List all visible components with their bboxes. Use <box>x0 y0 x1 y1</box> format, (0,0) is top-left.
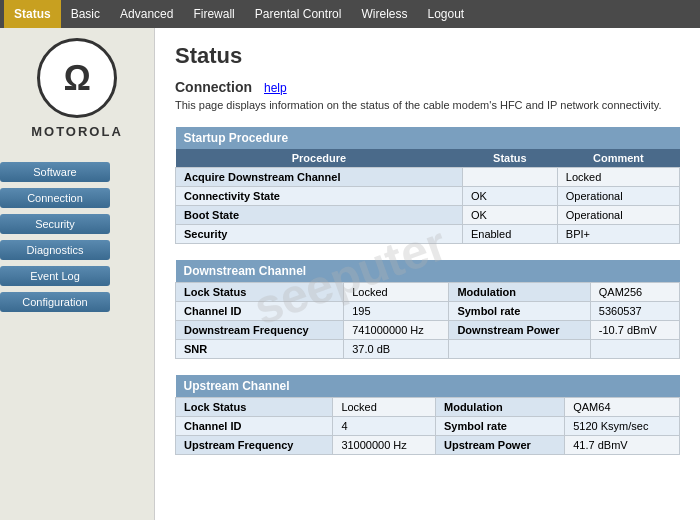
connection-header: Connection help <box>175 79 680 95</box>
sidebar-buttons: SoftwareConnectionSecurityDiagnosticsEve… <box>0 159 154 315</box>
sidebar-btn-software[interactable]: Software <box>0 162 110 182</box>
downstream-label2 <box>449 340 590 359</box>
startup-procedure-label: Security <box>176 225 463 244</box>
sidebar: Ω MOTOROLA SoftwareConnectionSecurityDia… <box>0 28 155 520</box>
startup-comment-value: Operational <box>557 187 679 206</box>
upstream-label: Upstream Frequency <box>176 436 333 455</box>
sidebar-btn-event-log[interactable]: Event Log <box>0 266 110 286</box>
upstream-section-header: Upstream Channel <box>176 375 680 398</box>
table-row: Lock StatusLockedModulationQAM256 <box>176 283 680 302</box>
upstream-value2: 5120 Ksym/sec <box>565 417 680 436</box>
startup-procedure-label: Acquire Downstream Channel <box>176 168 463 187</box>
page-description: This page displays information on the st… <box>175 99 680 111</box>
upstream-value2: 41.7 dBmV <box>565 436 680 455</box>
upstream-value: 4 <box>333 417 436 436</box>
logo-area: Ω MOTOROLA <box>31 38 123 139</box>
upstream-label: Channel ID <box>176 417 333 436</box>
page-title: Status <box>175 43 680 69</box>
nav-item-logout[interactable]: Logout <box>417 0 474 28</box>
motorola-m-icon: Ω <box>63 57 91 99</box>
upstream-value: Locked <box>333 398 436 417</box>
downstream-label2: Modulation <box>449 283 590 302</box>
table-row: Connectivity StateOKOperational <box>176 187 680 206</box>
upstream-table: Upstream Channel Lock StatusLockedModula… <box>175 375 680 455</box>
startup-comment-value: Locked <box>557 168 679 187</box>
downstream-value2: -10.7 dBmV <box>590 321 679 340</box>
startup-comment-value: BPI+ <box>557 225 679 244</box>
table-row: Channel ID4Symbol rate5120 Ksym/sec <box>176 417 680 436</box>
table-row: Acquire Downstream ChannelLocked <box>176 168 680 187</box>
nav-item-parental-control[interactable]: Parental Control <box>245 0 352 28</box>
startup-col-status: Status <box>462 149 557 168</box>
top-navigation: StatusBasicAdvancedFirewallParental Cont… <box>0 0 700 28</box>
help-link[interactable]: help <box>264 81 287 95</box>
downstream-value: 741000000 Hz <box>344 321 449 340</box>
main-layout: Ω MOTOROLA SoftwareConnectionSecurityDia… <box>0 28 700 520</box>
startup-status-value: OK <box>462 187 557 206</box>
downstream-value2 <box>590 340 679 359</box>
startup-status-value: OK <box>462 206 557 225</box>
startup-status-value <box>462 168 557 187</box>
nav-item-basic[interactable]: Basic <box>61 0 110 28</box>
downstream-label: Lock Status <box>176 283 344 302</box>
downstream-label2: Downstream Power <box>449 321 590 340</box>
downstream-value: Locked <box>344 283 449 302</box>
downstream-value2: 5360537 <box>590 302 679 321</box>
upstream-value: 31000000 Hz <box>333 436 436 455</box>
sidebar-btn-diagnostics[interactable]: Diagnostics <box>0 240 110 260</box>
content-area: Status Connection help This page display… <box>155 28 700 520</box>
startup-procedure-label: Boot State <box>176 206 463 225</box>
brand-name: MOTOROLA <box>31 124 123 139</box>
upstream-label: Lock Status <box>176 398 333 417</box>
nav-item-firewall[interactable]: Firewall <box>183 0 244 28</box>
sidebar-btn-configuration[interactable]: Configuration <box>0 292 110 312</box>
table-row: Downstream Frequency741000000 HzDownstre… <box>176 321 680 340</box>
downstream-section-header: Downstream Channel <box>176 260 680 283</box>
nav-item-status[interactable]: Status <box>4 0 61 28</box>
table-row: Channel ID195Symbol rate5360537 <box>176 302 680 321</box>
startup-section-header: Startup Procedure <box>176 127 680 149</box>
table-row: SNR37.0 dB <box>176 340 680 359</box>
startup-status-value: Enabled <box>462 225 557 244</box>
sidebar-btn-connection[interactable]: Connection <box>0 188 110 208</box>
downstream-label: Downstream Frequency <box>176 321 344 340</box>
upstream-label2: Upstream Power <box>436 436 565 455</box>
table-row: Lock StatusLockedModulationQAM64 <box>176 398 680 417</box>
downstream-label: SNR <box>176 340 344 359</box>
startup-col-comment: Comment <box>557 149 679 168</box>
startup-table: Startup Procedure Procedure Status Comme… <box>175 127 680 244</box>
startup-col-procedure: Procedure <box>176 149 463 168</box>
upstream-label2: Modulation <box>436 398 565 417</box>
nav-item-wireless[interactable]: Wireless <box>351 0 417 28</box>
downstream-value: 37.0 dB <box>344 340 449 359</box>
downstream-value: 195 <box>344 302 449 321</box>
downstream-table: Downstream Channel Lock StatusLockedModu… <box>175 260 680 359</box>
startup-procedure-label: Connectivity State <box>176 187 463 206</box>
upstream-value2: QAM64 <box>565 398 680 417</box>
downstream-value2: QAM256 <box>590 283 679 302</box>
table-row: Upstream Frequency31000000 HzUpstream Po… <box>176 436 680 455</box>
startup-comment-value: Operational <box>557 206 679 225</box>
sidebar-btn-security[interactable]: Security <box>0 214 110 234</box>
motorola-logo: Ω <box>37 38 117 118</box>
downstream-label: Channel ID <box>176 302 344 321</box>
table-row: SecurityEnabledBPI+ <box>176 225 680 244</box>
nav-item-advanced[interactable]: Advanced <box>110 0 183 28</box>
downstream-label2: Symbol rate <box>449 302 590 321</box>
table-row: Boot StateOKOperational <box>176 206 680 225</box>
connection-label: Connection <box>175 79 252 95</box>
upstream-label2: Symbol rate <box>436 417 565 436</box>
